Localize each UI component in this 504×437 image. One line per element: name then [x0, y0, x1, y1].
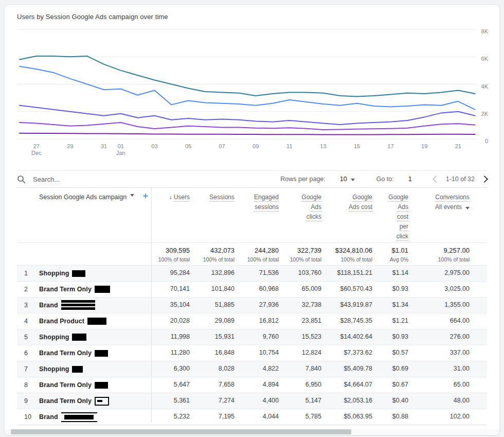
x-axis-label: 21 — [455, 143, 461, 149]
redaction-box — [61, 300, 95, 311]
chevron-left-icon — [433, 176, 440, 183]
metric-cell-google-ads-cost-per-click: $0.57 — [372, 345, 408, 361]
metric-cell-google-ads-clicks: 5,147 — [279, 393, 321, 409]
rows-per-page-select[interactable]: 10 — [340, 176, 355, 183]
go-to-input[interactable]: 1 — [408, 176, 412, 183]
column-header-conversions[interactable]: ConversionsAll events — [408, 187, 470, 242]
column-divider — [151, 187, 152, 422]
metric-cell-google-ads-cost-per-click: $0.93 — [372, 282, 408, 297]
column-header-google-ads-cost-per-click[interactable]: GoogleAdscostperclick — [372, 187, 408, 242]
table-row: 4Brand Product20,02829,08916,81223,851$2… — [17, 313, 487, 329]
metric-cell-users: 5,361 — [151, 393, 190, 409]
total-google-ads-cost-per-click: $1.01Avg 0% — [372, 243, 408, 265]
x-axis-label: 17 — [387, 143, 393, 149]
total-engaged-sessions: 244,280100% of total — [235, 243, 279, 265]
metric-cell-sessions: 7,274 — [190, 393, 235, 409]
sort-desc-icon: ↓ — [169, 194, 172, 201]
x-axis-sublabel: Jan — [116, 150, 125, 156]
metric-cell-sessions: 15,931 — [190, 329, 235, 345]
x-axis-label: 09 — [253, 143, 259, 149]
caret-down-icon — [351, 179, 355, 181]
campaign-cell: 2Brand Term Only — [17, 282, 151, 297]
campaign-label: Brand — [39, 410, 58, 425]
metric-cell-engaged-sessions: 4,894 — [235, 377, 279, 393]
table-row: 7Shopping6,3008,0284,8227,840$5,409.78$0… — [17, 361, 487, 377]
table-row: 3Brand35,10451,88527,93632,738$43,919.87… — [17, 297, 487, 313]
metric-cell-google-ads-clicks: 15,523 — [279, 329, 321, 345]
metric-cell-conversions: 1,355.00 — [408, 298, 470, 313]
row-rank: 7 — [24, 362, 35, 377]
column-header-google-ads-cost[interactable]: GoogleAds cost — [321, 187, 372, 242]
x-axis-label: 11 — [286, 143, 292, 149]
pagination: Rows per page: 10 Go to: 1 1-10 of 32 — [280, 176, 487, 183]
metric-cell-sessions: 51,885 — [190, 298, 235, 313]
metric-cell-conversions: 276.00 — [408, 329, 470, 345]
add-dimension-button[interactable]: + — [142, 193, 148, 200]
row-rank: 10 — [24, 410, 35, 425]
report-card: Users by Session Google Ads campaign ove… — [4, 4, 500, 435]
metric-cell-google-ads-cost: $60,570.43 — [321, 282, 372, 297]
campaign-cell: 10Brand — [17, 409, 151, 425]
metric-cell-engaged-sessions: 4,044 — [235, 409, 279, 425]
conversions-event-selector[interactable]: All events — [408, 203, 470, 211]
metric-cell-engaged-sessions: 71,536 — [235, 266, 279, 281]
row-rank: 9 — [24, 394, 35, 409]
redaction-box — [72, 270, 85, 277]
timeseries-chart[interactable]: 8K6K4K2K027Dec293101Jan03050709111315171… — [5, 29, 499, 167]
column-header-engaged-sessions[interactable]: Engagedsessions — [235, 187, 279, 242]
metric-cell-users: 20,028 — [151, 313, 190, 329]
campaign-label: Brand — [39, 298, 58, 313]
chart-line-line-3 — [20, 106, 475, 125]
campaign-cell: 9Brand Term Only — [17, 393, 151, 409]
campaign-cell: 4Brand Product — [17, 313, 151, 329]
x-axis-label: 27 — [33, 143, 40, 149]
metric-cell-users: 35,104 — [151, 298, 190, 313]
column-header-users[interactable]: ↓Users — [151, 187, 190, 242]
campaign-label: Brand Term Only — [39, 378, 92, 393]
metric-cell-users: 95,284 — [151, 266, 190, 281]
campaign-cell: 1Shopping — [17, 266, 151, 281]
y-axis-label: 6K — [481, 56, 489, 62]
x-axis-label: 13 — [320, 143, 326, 149]
metric-cell-google-ads-cost: $28,745.35 — [321, 313, 372, 329]
metric-cell-conversions: 3,025.00 — [408, 282, 470, 297]
redaction-box — [72, 366, 83, 373]
chart-line-line-2 — [20, 66, 475, 110]
y-axis-label: 0 — [485, 138, 488, 144]
metric-cell-engaged-sessions: 60,968 — [235, 282, 279, 297]
campaign-label: Brand Term Only — [39, 282, 92, 297]
search-icon — [17, 175, 26, 184]
x-axis-label: 03 — [151, 143, 157, 149]
row-rank: 5 — [24, 330, 35, 345]
column-header-sessions[interactable]: Sessions — [190, 187, 235, 242]
chevron-right-icon[interactable] — [481, 176, 488, 183]
metric-cell-google-ads-cost-per-click: $0.69 — [372, 361, 408, 377]
metric-cell-conversions: 664.00 — [408, 313, 470, 329]
metric-cell-google-ads-cost-per-click: $1.34 — [372, 298, 408, 313]
metric-cell-google-ads-clicks: 103,760 — [279, 266, 321, 281]
metric-cell-users: 70,141 — [151, 282, 190, 297]
metric-cell-users: 5,647 — [151, 377, 190, 393]
metric-cell-conversions: 65.00 — [408, 377, 470, 393]
metric-cell-google-ads-clicks: 32,738 — [279, 298, 321, 313]
go-to-label: Go to: — [376, 176, 394, 183]
metric-cell-google-ads-clicks: 5,785 — [279, 409, 321, 425]
search-input[interactable] — [32, 175, 168, 184]
dimension-header[interactable]: Session Google Ads campaign + — [17, 187, 151, 242]
row-rank: 3 — [24, 298, 35, 313]
metric-cell-google-ads-cost-per-click: $1.14 — [372, 266, 408, 281]
metric-cell-google-ads-clicks: 23,851 — [279, 313, 321, 329]
metric-cell-google-ads-cost: $118,151.21 — [321, 266, 372, 281]
metric-cell-google-ads-cost: $43,919.87 — [321, 298, 372, 313]
column-header-google-ads-clicks[interactable]: GoogleAdsclicks — [279, 187, 321, 242]
horizontal-scrollbar-thumb[interactable] — [11, 429, 351, 434]
caret-down-icon — [465, 207, 470, 209]
campaign-label: Brand Product — [39, 314, 84, 329]
redaction-box — [61, 412, 97, 422]
campaign-cell: 7Shopping — [17, 361, 151, 377]
table-row: 10Brand5,2327,1954,0445,785$5,063.95$0.8… — [17, 409, 487, 425]
campaign-label: Shopping — [39, 330, 69, 345]
metric-cell-google-ads-cost: $4,664.07 — [321, 377, 372, 393]
metric-cell-sessions: 7,658 — [190, 377, 235, 393]
metric-cell-sessions: 16,848 — [190, 345, 235, 361]
